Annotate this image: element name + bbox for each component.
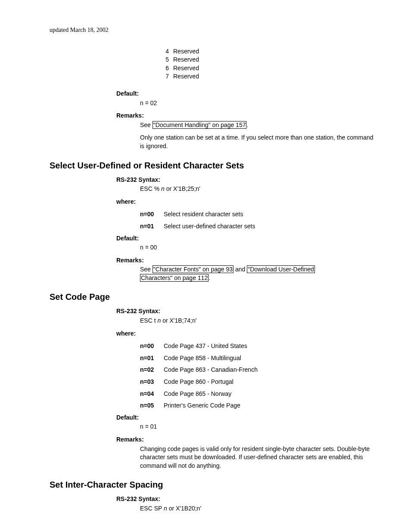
list-text: Reserved: [173, 56, 199, 64]
def-key: n=05: [140, 401, 164, 410]
syntax-label: RS-232 Syntax:: [116, 307, 377, 316]
def-key: n=01: [140, 354, 164, 363]
def-val: Select resident character sets: [164, 210, 377, 219]
definition-row: n=01 Select user-defined character sets: [140, 222, 377, 231]
list-num: 4: [164, 47, 169, 56]
definition-row: n=04Code Page 865 - Norway: [140, 390, 377, 398]
syntax-value: ESC t n or X'1B;74;n': [140, 317, 377, 325]
heading-set-code-page: Set Code Page: [50, 291, 377, 303]
def-val: Code Page 858 - Multilingual: [164, 354, 377, 363]
default-label: Default:: [116, 90, 377, 98]
definition-row: n=01Code Page 858 - Multilingual: [140, 354, 377, 363]
remarks-label: Remarks:: [116, 112, 377, 120]
def-key: n=00: [140, 342, 164, 351]
definition-row: n=05Printer's Generic Code Page: [140, 401, 377, 410]
def-val: Code Page 865 - Norway: [164, 390, 377, 398]
definition-row: n=02Code Page 863 - Canadian-French: [140, 366, 377, 374]
syntax-label: RS-232 Syntax:: [116, 176, 377, 184]
syntax-pre: ESC t: [140, 317, 157, 324]
remarks-and: and: [234, 266, 247, 273]
def-key: n=02: [140, 366, 164, 374]
link-download-udc-1[interactable]: "Download User-Defined: [247, 265, 315, 273]
list-text: Reserved: [173, 47, 199, 56]
default-value: n = 01: [140, 423, 377, 431]
syntax-label: RS-232 Syntax:: [116, 495, 377, 504]
list-text: Reserved: [173, 72, 199, 81]
syntax-value: ESC % n or X'1B;25;n': [140, 185, 377, 193]
def-val: Code Page 863 - Canadian-French: [164, 366, 377, 374]
remarks-paragraph: Only one station can be set at a time. I…: [140, 134, 377, 150]
definition-row: n=03Code Page 860 - Portugal: [140, 378, 377, 386]
def-key: n=03: [140, 378, 164, 386]
remarks-paragraph: Changing code pages is valid only for re…: [140, 445, 377, 470]
syntax-post: or X'1B;25;n': [165, 185, 200, 192]
remarks-see: See: [140, 121, 153, 128]
default-label: Default:: [116, 234, 377, 243]
remarks-after: .: [246, 121, 248, 128]
syntax-pre: ESC %: [140, 185, 161, 192]
link-document-handling[interactable]: "Document Handling" on page 157: [153, 121, 247, 129]
remarks-after: .: [209, 274, 210, 281]
list-item: 4Reserved: [164, 47, 377, 56]
where-label: where:: [116, 330, 377, 338]
def-key: n=04: [140, 390, 164, 398]
list-item: 5Reserved: [164, 56, 377, 64]
heading-set-inter-character-spacing: Set Inter-Character Spacing: [50, 479, 377, 491]
default-value: n = 00: [140, 243, 377, 252]
reserved-list: 4Reserved 5Reserved 6Reserved 7Reserved: [164, 47, 377, 81]
def-val: Printer's Generic Code Page: [164, 401, 377, 410]
def-key: n=01: [140, 222, 164, 231]
default-label: Default:: [116, 414, 377, 422]
remarks-body: See "Document Handling" on page 157.: [140, 121, 377, 130]
syntax-post: or X'1B20;n': [167, 505, 201, 512]
updated-date: updated March 18, 2002: [50, 26, 377, 34]
list-num: 6: [164, 64, 169, 73]
syntax-value: ESC SP n or X'1B20;n': [140, 504, 377, 513]
heading-select-user-defined: Select User-Defined or Resident Characte…: [50, 159, 377, 171]
def-val: Code Page 860 - Portugal: [164, 378, 377, 386]
syntax-pre: ESC SP: [140, 505, 164, 512]
def-val: Select user-defined character sets: [164, 222, 377, 231]
list-num: 7: [164, 72, 169, 81]
syntax-post: or X'1B;74;n': [161, 317, 196, 324]
link-character-fonts[interactable]: "Character Fonts" on page 93: [153, 265, 234, 273]
remarks-see: See: [140, 266, 153, 273]
default-value: n = 02: [140, 99, 377, 108]
list-num: 5: [164, 56, 169, 64]
definition-row: n=00 Select resident character sets: [140, 210, 377, 219]
remarks-body: See "Character Fonts" on page 93 and "Do…: [140, 265, 368, 282]
definition-row: n=00Code Page 437 - United States: [140, 342, 377, 351]
remarks-label: Remarks:: [116, 436, 377, 444]
where-label: where:: [116, 198, 377, 206]
syntax-n: n: [161, 185, 165, 192]
def-key: n=00: [140, 210, 164, 219]
syntax-n: n: [164, 505, 167, 512]
link-download-udc-2[interactable]: Characters" on page 112: [140, 274, 209, 282]
def-val: Code Page 437 - United States: [164, 342, 377, 351]
list-item: 6Reserved: [164, 64, 377, 73]
remarks-label: Remarks:: [116, 256, 377, 265]
list-item: 7Reserved: [164, 72, 377, 81]
list-text: Reserved: [173, 64, 199, 73]
